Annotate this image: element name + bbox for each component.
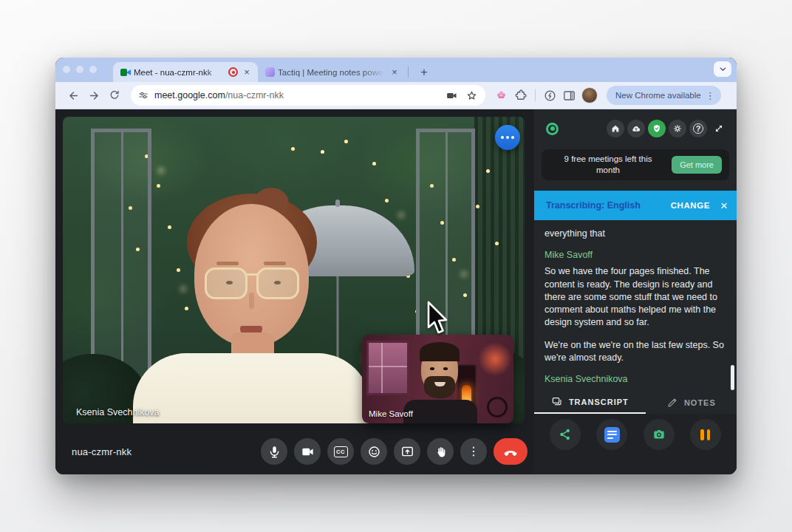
transcript-text: We're on the we're on the last few steps… (544, 339, 725, 365)
tab-transcript[interactable]: TRANSCRIPT (534, 392, 646, 414)
pip-participant-name: Mike Savoff (369, 409, 413, 418)
chrome-update-label: New Chrome available (615, 91, 701, 100)
expand-icon (714, 123, 724, 134)
browser-toolbar: meet.google.com/nua-czmr-nkk New Chrome … (55, 82, 737, 109)
tab-transcript-label: TRANSCRIPT (569, 398, 629, 406)
tab-search-button[interactable] (714, 61, 731, 77)
tactiq-sidebar: ? 9 free meetings left this month Get mo… (534, 109, 737, 474)
tab-separator (408, 66, 409, 78)
traffic-lights[interactable] (63, 66, 97, 73)
more-options-button[interactable]: ⋮ (460, 438, 487, 465)
pip-participant-shirt (403, 400, 477, 423)
mouse-cursor (423, 300, 448, 335)
expand-panel-button[interactable] (710, 120, 728, 137)
participant-nose (249, 293, 254, 309)
profile-avatar[interactable] (581, 87, 598, 103)
window-content: Ksenia Svechnikova Mike Savoff (55, 109, 737, 474)
end-call-button[interactable] (494, 438, 528, 465)
share-icon (558, 427, 573, 442)
transcript-panel[interactable]: everything that Mike Savoff So we have t… (534, 220, 737, 392)
tab-title: Meet - nua-czmr-nkk (134, 68, 225, 77)
tab-notes[interactable]: NOTES (646, 392, 737, 414)
pencil-icon (666, 397, 678, 409)
chevron-down-icon (718, 64, 728, 74)
tactiq-action-bar (534, 414, 737, 474)
camera-button[interactable] (294, 438, 321, 465)
raise-hand-button[interactable] (427, 438, 454, 465)
transcript-speaker: Mike Savoff (544, 250, 725, 260)
participant-eyebrow (216, 262, 239, 265)
chrome-update-button[interactable]: New Chrome available ⋮ (607, 86, 721, 105)
pause-icon (700, 429, 710, 440)
reload-button[interactable] (106, 86, 123, 104)
browser-window: Meet - nua-czmr-nkk × Tactiq | Meeting n… (55, 58, 737, 474)
summary-doc-button[interactable] (596, 419, 627, 450)
browser-menu-icon[interactable]: ⋮ (704, 90, 717, 101)
pip-participant-eye (443, 367, 448, 370)
transcript-text: So we have the four pages finished. The … (544, 265, 725, 329)
toolbar-divider (535, 89, 536, 101)
performance-icon[interactable] (543, 89, 557, 103)
tab-notes-label: NOTES (684, 398, 716, 407)
microphone-button[interactable] (261, 438, 287, 465)
cloud-upload-button[interactable] (627, 120, 645, 137)
reactions-button[interactable] (361, 438, 387, 465)
shield-check-icon (652, 123, 662, 134)
end-call-icon (502, 443, 519, 460)
forward-button[interactable] (85, 86, 103, 104)
smiley-icon (367, 445, 381, 459)
url-host: meet.google.com (154, 90, 225, 100)
transcript-text: everything that (544, 228, 725, 240)
close-tab-icon[interactable]: × (389, 67, 400, 78)
address-bar[interactable]: meet.google.com/nua-czmr-nkk (131, 85, 485, 106)
chat-bubbles-icon (551, 396, 563, 408)
tab-meet[interactable]: Meet - nua-czmr-nkk × (113, 62, 258, 82)
tab-capture-camera-icon[interactable] (446, 89, 458, 102)
url-path: /nua-czmr-nkk (225, 90, 284, 100)
transcribing-bar: Transcribing: English CHANGE × (534, 191, 737, 220)
tab-tactiq[interactable]: Tactiq | Meeting notes power × (258, 62, 406, 82)
meet-control-bar: nua-czmr-nkk CC (55, 429, 534, 474)
settings-button[interactable] (669, 120, 686, 137)
cloud-icon (631, 123, 641, 134)
tactiq-widget-bubble[interactable] (495, 125, 520, 150)
help-button[interactable]: ? (689, 120, 707, 137)
meet-favicon-icon (120, 67, 131, 78)
present-button[interactable] (394, 438, 420, 465)
pip-bicycle-wheel (487, 397, 508, 417)
pause-transcript-button[interactable] (690, 419, 721, 450)
zoom-window-icon[interactable] (89, 66, 97, 73)
tune-icon[interactable] (137, 89, 149, 101)
close-transcribing-icon[interactable]: × (720, 200, 728, 212)
bokeh-lights (63, 117, 67, 121)
get-more-button[interactable]: Get more (672, 156, 722, 174)
meeting-code: nua-czmr-nkk (72, 446, 132, 457)
arrow-left-icon (67, 89, 80, 102)
share-button[interactable] (550, 419, 581, 450)
privacy-shield-button[interactable] (648, 120, 666, 137)
close-window-icon[interactable] (63, 66, 70, 73)
minimize-window-icon[interactable] (76, 66, 83, 73)
pip-window (366, 341, 409, 395)
side-panel-icon[interactable] (562, 89, 576, 103)
participant-shirt (133, 353, 371, 423)
pip-video-tile[interactable]: Mike Savoff (362, 335, 513, 423)
captions-button[interactable]: CC (327, 438, 354, 465)
extensions-puzzle-icon[interactable] (513, 89, 528, 103)
transcribing-status: Transcribing: English (546, 200, 641, 211)
change-language-button[interactable]: CHANGE (671, 201, 710, 210)
transcript-scrollbar[interactable] (731, 365, 734, 390)
more-vert-icon: ⋮ (468, 446, 479, 457)
close-tab-icon[interactable]: × (242, 67, 252, 78)
screenshot-button[interactable] (644, 419, 675, 450)
bookmark-star-icon[interactable] (465, 89, 478, 102)
microphone-icon (267, 445, 281, 459)
back-button[interactable] (64, 86, 82, 104)
pink-extension-icon[interactable] (494, 89, 508, 103)
pip-participant-hair (420, 342, 460, 361)
transcript-speaker: Ksenia Svechnikova (544, 374, 725, 384)
new-tab-button[interactable]: + (417, 66, 431, 79)
recording-indicator-icon (228, 67, 238, 77)
captions-icon: CC (334, 446, 348, 457)
home-button[interactable] (607, 120, 624, 137)
